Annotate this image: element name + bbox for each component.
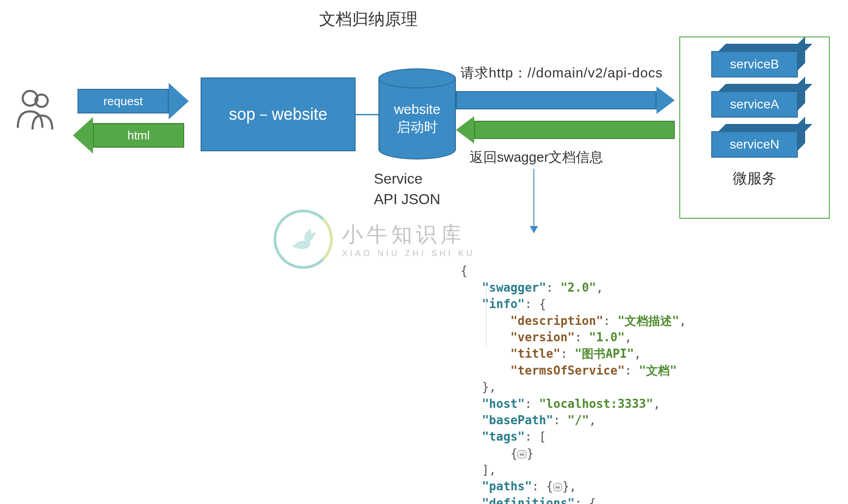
cylinder-caption-2: API JSON — [374, 189, 440, 210]
service-b-label: serviceB — [730, 57, 779, 72]
json-info-version: 1.0 — [596, 330, 617, 344]
connector-line — [356, 114, 378, 115]
microservices-group: serviceB serviceA serviceN 微服务 — [679, 36, 830, 219]
json-down-arrow — [533, 169, 534, 232]
json-swagger-version: 2.0 — [568, 281, 589, 294]
watermark-logo-icon — [274, 210, 333, 269]
service-a-label: serviceA — [730, 97, 779, 112]
cylinder-line2: 启动时 — [378, 118, 456, 136]
request-arrow: request — [78, 89, 189, 113]
service-box: serviceB — [711, 44, 798, 77]
api-request-arrow — [456, 91, 675, 109]
folded-icon: ⇔ — [553, 483, 563, 491]
service-n-label: serviceN — [730, 137, 780, 152]
html-response-arrow: html — [73, 123, 184, 148]
service-box: serviceN — [711, 124, 798, 158]
microservices-label: 微服务 — [680, 169, 829, 189]
cylinder-caption-1: Service — [374, 169, 440, 189]
json-basepath: / — [574, 413, 582, 427]
api-response-label: 返回swagger文档信息 — [470, 148, 603, 167]
api-response-arrow — [456, 121, 675, 139]
json-info-tos: 文档 — [646, 364, 670, 377]
sop-website-box: sop－website — [201, 77, 356, 151]
swagger-json-sample: { "swagger": "2.0", "info": { "descripti… — [460, 246, 734, 504]
service-box: serviceA — [711, 84, 798, 118]
watermark-cn: 小牛知识库 — [342, 221, 475, 249]
watermark-en: XIAO NIU ZHI SHI KU — [342, 249, 475, 258]
database-cylinder: website 启动时 — [378, 68, 456, 159]
html-arrow-label: html — [127, 129, 150, 143]
api-request-label: 请求http：//domain/v2/api-docs — [460, 64, 663, 82]
json-host: localhost:3333 — [546, 397, 646, 411]
sop-website-label: sop－website — [229, 103, 327, 126]
folded-icon: ⇔ — [517, 450, 527, 458]
cylinder-caption: Service API JSON — [374, 169, 440, 210]
cylinder-line1: website — [378, 100, 456, 118]
request-arrow-label: request — [103, 94, 143, 108]
json-info-description: 文档描述 — [625, 314, 672, 328]
json-info-title: 图书API — [582, 347, 627, 360]
diagram-title: 文档归纳原理 — [319, 8, 418, 31]
users-icon — [14, 87, 55, 132]
